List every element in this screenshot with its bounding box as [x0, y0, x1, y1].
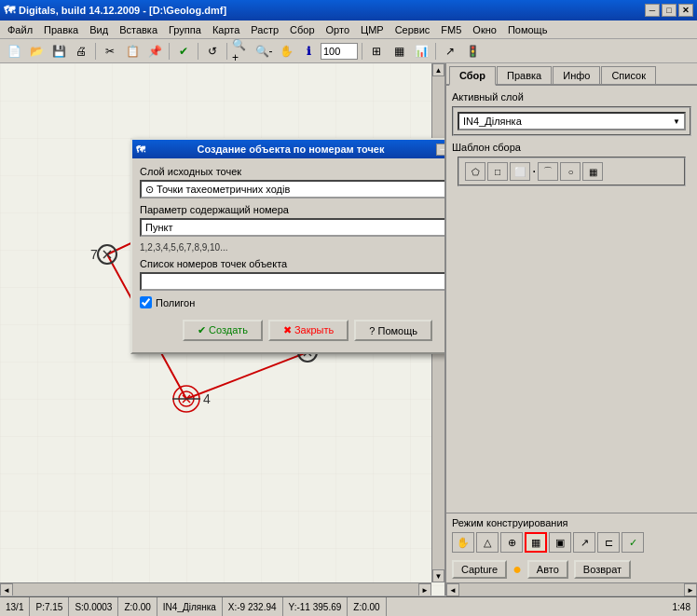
menu-item-вставка[interactable]: Вставка — [114, 22, 163, 37]
list-input[interactable] — [140, 272, 445, 291]
menu-item-группа[interactable]: Группа — [163, 22, 207, 37]
mode-bracket[interactable]: ⊏ — [597, 532, 620, 553]
menu-item-цмр[interactable]: ЦМР — [355, 22, 390, 37]
menu-item-помощь[interactable]: Помощь — [502, 22, 554, 37]
chart-button[interactable]: 📊 — [411, 41, 431, 62]
separator-4 — [226, 43, 227, 60]
table-button[interactable]: ⊞ — [366, 41, 387, 62]
info-button[interactable]: ℹ — [298, 41, 319, 62]
undo-button[interactable]: ↺ — [202, 41, 223, 62]
menu-item-правка[interactable]: Правка — [38, 22, 84, 37]
mode-cross[interactable]: ⊕ — [500, 532, 523, 553]
pan-button[interactable]: ✋ — [276, 41, 296, 62]
grid-button[interactable]: ▦ — [389, 41, 409, 62]
mode-square[interactable]: ▣ — [549, 532, 571, 553]
cut-button[interactable]: ✂ — [100, 41, 120, 62]
status-z: Z:0.00 — [118, 597, 157, 616]
panel-scroll-track[interactable] — [459, 583, 684, 595]
mode-label: Режим конструирования — [452, 517, 691, 528]
menu-item-сбор[interactable]: Сбор — [284, 22, 320, 37]
create-button[interactable]: ✔ Создать — [183, 320, 263, 341]
mode-check[interactable]: ✓ — [622, 532, 644, 553]
template-circle-icon[interactable]: ○ — [560, 162, 581, 181]
scroll-left-button[interactable]: ◄ — [0, 583, 13, 595]
panel-scroll-left[interactable]: ◄ — [446, 583, 459, 596]
tab-правка[interactable]: Правка — [497, 66, 552, 84]
polygon-checkbox[interactable] — [140, 296, 152, 308]
new-button[interactable]: 📄 — [4, 41, 24, 62]
menu-item-окно[interactable]: Окно — [467, 22, 502, 37]
active-layer-value: IN4_Ділянка — [463, 116, 522, 127]
scroll-track-h[interactable] — [13, 583, 418, 595]
tab-инфо[interactable]: Инфо — [553, 66, 600, 84]
dialog-title-bar[interactable]: 🗺 Создание объекта по номерам точек ─ □ … — [132, 140, 445, 158]
menu-item-вид[interactable]: Вид — [84, 22, 114, 37]
panel-scroll-right[interactable]: ► — [684, 583, 697, 596]
status-y: Y:-11 395.69 — [283, 597, 348, 616]
active-layer-dropdown[interactable]: IN4_Ділянка ▼ — [458, 112, 686, 130]
status-layer: IN4_Ділянка — [157, 597, 223, 616]
help-button[interactable]: ? Помощь — [354, 320, 432, 341]
layer-dropdown[interactable]: ⊙ Точки тахеометричних ходів ▼ — [140, 180, 445, 198]
param-dropdown[interactable]: Пункт ▼ — [140, 218, 445, 237]
canvas-area[interactable]: 10 6 7 4 — [0, 63, 445, 595]
param-label: Параметр содержащий номера — [140, 204, 445, 215]
minimize-button[interactable]: ─ — [645, 4, 660, 17]
tab-bar: СборПравкаИнфоСписок — [446, 63, 697, 86]
scroll-right-button[interactable]: ► — [418, 583, 431, 595]
close-button[interactable]: ✖ Закрыть — [268, 320, 348, 341]
title-bar-buttons: ─ □ ✕ — [645, 4, 693, 17]
save-button[interactable]: 💾 — [48, 41, 69, 62]
zoom-out-button[interactable]: 🔍- — [253, 41, 274, 62]
paste-button[interactable]: 📌 — [144, 41, 165, 62]
template-label: Шаблон сбора — [452, 142, 691, 153]
mode-triangle[interactable]: △ — [476, 532, 499, 553]
right-panel: СборПравкаИнфоСписок Активный слой IN4_Д… — [445, 63, 697, 595]
traffic-button[interactable]: 🚦 — [462, 41, 483, 62]
menu-bar: ФайлПравкаВидВставкаГруппаКартаРастрСбор… — [0, 21, 697, 39]
right-panel-scrollbar[interactable]: ◄ ► — [446, 582, 697, 595]
copy-button[interactable]: 📋 — [122, 41, 143, 62]
print-button[interactable]: 🖨 — [71, 41, 91, 62]
arrow-button[interactable]: ↗ — [440, 41, 460, 62]
check-button[interactable]: ✔ — [173, 41, 194, 62]
close-button[interactable]: ✕ — [678, 4, 693, 17]
template-rect-icon[interactable]: □ — [487, 162, 508, 181]
template-polygon-icon[interactable]: ⬠ — [465, 162, 485, 181]
menu-item-fm5[interactable]: FM5 — [435, 22, 467, 37]
separator-1 — [95, 43, 96, 60]
mode-arrow[interactable]: ↗ — [573, 532, 595, 553]
zoom-in-button[interactable]: 🔍+ — [231, 41, 252, 62]
open-button[interactable]: 📂 — [26, 41, 47, 62]
scroll-up-button[interactable]: ▲ — [432, 63, 444, 76]
template-grid-icon[interactable]: ▦ — [582, 162, 603, 181]
svg-text:7: 7 — [90, 247, 98, 262]
status-p: P:7.15 — [30, 597, 69, 616]
mode-hand[interactable]: ✋ — [452, 532, 474, 553]
menu-item-орто[interactable]: Орто — [321, 22, 355, 37]
template-curve-icon[interactable]: ⌒ — [538, 162, 558, 181]
auto-button[interactable]: Авто — [527, 560, 568, 579]
capture-button[interactable]: Capture — [452, 560, 507, 579]
menu-item-растр[interactable]: Растр — [245, 22, 284, 37]
active-layer-label: Активный слой — [452, 91, 691, 103]
maximize-button[interactable]: □ — [662, 4, 676, 17]
main-area: 10 6 7 4 — [0, 63, 697, 595]
menu-item-сервис[interactable]: Сервис — [390, 22, 436, 37]
status-z2: Z:0.00 — [348, 597, 386, 616]
scroll-down-button[interactable]: ▼ — [432, 569, 444, 582]
status-pos: 13/1 — [0, 597, 30, 616]
tab-список[interactable]: Список — [601, 66, 656, 84]
template-line-icon[interactable]: ⬜ — [510, 162, 530, 181]
status-x: X:-9 232.94 — [223, 597, 283, 616]
tab-сбор[interactable]: Сбор — [449, 66, 496, 86]
layer-label: Слой исходных точек — [140, 166, 445, 177]
mode-grid-active[interactable]: ▦ — [525, 532, 547, 553]
panel-content: Активный слой IN4_Ділянка ▼ Шаблон сбора… — [446, 86, 697, 513]
return-button[interactable]: Возврат — [574, 560, 631, 579]
dialog-minimize-button[interactable]: ─ — [436, 144, 445, 156]
menu-item-карта[interactable]: Карта — [207, 22, 245, 37]
horizontal-scrollbar[interactable]: ◄ ► — [0, 582, 431, 595]
zoom-input[interactable]: 100 — [321, 43, 358, 60]
menu-item-файл[interactable]: Файл — [2, 22, 38, 37]
